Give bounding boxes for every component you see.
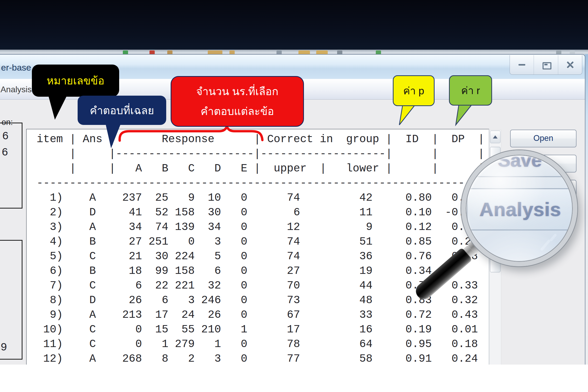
minimize-icon <box>518 64 525 66</box>
maximize-button[interactable] <box>534 55 558 74</box>
minimize-button[interactable] <box>510 55 534 74</box>
callout-item-number-label: หมายเลขข้อ <box>47 72 105 89</box>
groupbox-value: 6 <box>2 146 8 159</box>
slide: er-base Analysis on: 6 6 9 item | Ans | … <box>0 0 588 392</box>
groupbox-value: 9 <box>1 341 7 354</box>
callout-r-value: ค่า r <box>449 75 492 106</box>
slide-dark-band <box>0 0 588 50</box>
groupbox-value: 6 <box>2 130 9 143</box>
magnifier-rim <box>461 150 577 266</box>
callout-answer-key-label: คำตอบที่เฉลย <box>90 102 154 119</box>
callout-answer-key: คำตอบที่เฉลย <box>78 96 166 125</box>
scroll-up-button[interactable] <box>490 131 500 143</box>
callout-item-number: หมายเลขข้อ <box>32 65 119 97</box>
close-icon <box>566 61 574 69</box>
slide-bottom-band <box>0 365 588 392</box>
item-analysis-output[interactable]: item | Ans | Response | Correct in group… <box>26 129 489 366</box>
callout-p-value: ค่า p <box>393 75 435 106</box>
window-controls <box>510 55 582 75</box>
analysis-table-text: item | Ans | Response | Correct in group… <box>27 129 489 366</box>
callout-response-count-line1: จำนวน นร.ที่เลือก <box>196 82 279 101</box>
window-title: er-base <box>1 62 32 73</box>
callout-response-count: จำนวน นร.ที่เลือก คำตอบแต่ละข้อ <box>171 76 304 127</box>
callout-r-value-label: ค่า r <box>461 82 480 99</box>
menu-item-analysis[interactable]: Analysis <box>0 84 34 95</box>
callout-p-value-label: ค่า p <box>403 83 424 99</box>
maximize-icon <box>543 62 551 70</box>
close-button[interactable] <box>558 55 582 74</box>
callout-response-count-line2: คำตอบแต่ละข้อ <box>201 101 274 121</box>
open-button[interactable]: Open <box>510 130 577 147</box>
